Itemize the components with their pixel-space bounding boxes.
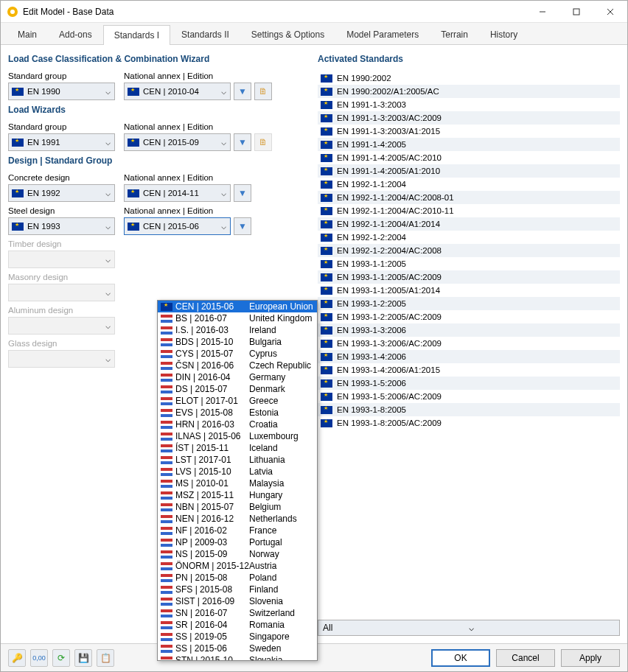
tool-key-button[interactable]: 🔑 bbox=[8, 649, 26, 667]
lw-std-group-combo[interactable]: EN 1991⌵ bbox=[8, 133, 115, 151]
annex-option[interactable]: DIN | 2016-04Germany bbox=[158, 371, 317, 383]
activated-standard-item[interactable]: EN 1993-1-4:2006/A1:2015 bbox=[318, 363, 620, 377]
annex-option[interactable]: NP | 2009-03Portugal bbox=[158, 536, 317, 548]
activated-standard-item[interactable]: EN 1993-1-1:2005 bbox=[318, 257, 620, 270]
annex-option[interactable]: ILNAS | 2015-06Luxembourg bbox=[158, 430, 317, 442]
annex-option[interactable]: I.S. | 2016-03Ireland bbox=[158, 324, 317, 336]
apply-button[interactable]: Apply bbox=[561, 649, 620, 667]
annex-option[interactable]: SR | 2016-04Romania bbox=[158, 619, 317, 631]
activated-standard-item[interactable]: EN 1993-1-5:2006/AC:2009 bbox=[318, 390, 620, 403]
tool-clipboard-button[interactable]: 📋 bbox=[97, 649, 114, 667]
minimize-button[interactable] bbox=[526, 1, 559, 22]
activated-standard-item[interactable]: EN 1993-1-3:2006/AC:2009 bbox=[318, 337, 620, 350]
activated-standard-item[interactable]: EN 1992-1-2:2004 bbox=[318, 231, 620, 244]
annex-option[interactable]: EVS | 2015-08Estonia bbox=[158, 407, 317, 419]
annex-option[interactable]: ČSN | 2016-06Czech Republic bbox=[158, 360, 317, 371]
lcc-doc-button[interactable]: 🗎 bbox=[254, 83, 272, 100]
flag-icon bbox=[161, 657, 172, 662]
activated-standard-item[interactable]: EN 1991-1-4:2005/A1:2010 bbox=[318, 164, 620, 178]
tool-units-button[interactable]: 0,00 bbox=[30, 649, 48, 667]
steel-annex-dropdown[interactable]: CEN | 2015-06European UnionBS | 2016-07U… bbox=[157, 300, 318, 661]
annex-option[interactable]: SFS | 2015-08Finland bbox=[158, 584, 317, 595]
maximize-button[interactable] bbox=[559, 1, 593, 22]
annex-option[interactable]: CYS | 2015-07Cyprus bbox=[158, 348, 317, 360]
tab-add-ons[interactable]: Add-ons bbox=[48, 24, 103, 44]
annex-option[interactable]: NBN | 2015-07Belgium bbox=[158, 501, 317, 513]
tab-settings-options[interactable]: Settings & Options bbox=[240, 24, 335, 44]
annex-option[interactable]: LST | 2017-01Lithuania bbox=[158, 454, 317, 466]
activated-standard-item[interactable]: EN 1993-1-2:2005/AC:2009 bbox=[318, 310, 620, 323]
lcc-std-group-combo[interactable]: EN 1990⌵ bbox=[8, 83, 115, 100]
flag-icon bbox=[161, 527, 172, 535]
steel-combo[interactable]: EN 1993⌵ bbox=[8, 217, 115, 235]
activated-standard-item[interactable]: EN 1990:2002 bbox=[318, 71, 620, 85]
annex-option[interactable]: LVS | 2015-10Latvia bbox=[158, 466, 317, 477]
activated-standard-item[interactable]: EN 1992-1-1:2004/AC:2008-01 bbox=[318, 191, 620, 204]
lcc-filter-button[interactable]: ▼ bbox=[234, 83, 251, 100]
annex-option[interactable]: SS | 2015-06Sweden bbox=[158, 643, 317, 654]
tab-history[interactable]: History bbox=[479, 24, 528, 44]
annex-option[interactable]: PN | 2015-08Poland bbox=[158, 572, 317, 584]
annex-code: ÍST | 2015-11 bbox=[175, 443, 249, 453]
steel-filter-button[interactable]: ▼ bbox=[234, 217, 251, 235]
annex-option[interactable]: BS | 2016-07United Kingdom bbox=[158, 312, 317, 324]
activated-standard-item[interactable]: EN 1992-1-2:2004/AC:2008 bbox=[318, 244, 620, 257]
activated-standard-item[interactable]: EN 1993-1-1:2005/AC:2009 bbox=[318, 270, 620, 284]
concrete-combo[interactable]: EN 1992⌵ bbox=[8, 184, 115, 202]
activated-standard-item[interactable]: EN 1993-1-1:2005/A1:2014 bbox=[318, 284, 620, 297]
annex-option[interactable]: NS | 2015-09Norway bbox=[158, 548, 317, 560]
annex-option[interactable]: MSZ | 2015-11Hungary bbox=[158, 489, 317, 501]
activated-standard-item[interactable]: EN 1992-1-1:2004/A1:2014 bbox=[318, 217, 620, 231]
tab-model-parameters[interactable]: Model Parameters bbox=[335, 24, 430, 44]
activated-standard-item[interactable]: EN 1991-1-3:2003/A1:2015 bbox=[318, 125, 620, 138]
activated-standard-item[interactable]: EN 1993-1-5:2006 bbox=[318, 377, 620, 390]
document-icon: 🗎 bbox=[259, 86, 268, 97]
activated-standard-item[interactable]: EN 1993-1-2:2005 bbox=[318, 297, 620, 310]
lw-annex-combo[interactable]: CEN | 2015-09⌵ bbox=[124, 133, 231, 151]
activated-standard-item[interactable]: EN 1992-1-1:2004 bbox=[318, 178, 620, 191]
lw-filter-button[interactable]: ▼ bbox=[234, 133, 251, 151]
annex-option[interactable]: NF | 2016-02France bbox=[158, 525, 317, 536]
annex-option[interactable]: CEN | 2015-06European Union bbox=[158, 301, 317, 312]
annex-option[interactable]: HRN | 2016-03Croatia bbox=[158, 419, 317, 430]
annex-option[interactable]: STN | 2015-10Slovakia bbox=[158, 654, 317, 661]
annex-country: Belgium bbox=[249, 502, 314, 512]
flag-icon bbox=[161, 444, 172, 452]
annex-option[interactable]: ÖNORM | 2015-12Austria bbox=[158, 560, 317, 572]
annex-option[interactable]: BDS | 2015-10Bulgaria bbox=[158, 336, 317, 348]
annex-option[interactable]: ÍST | 2015-11Iceland bbox=[158, 442, 317, 454]
annex-option[interactable]: SN | 2016-07Switzerland bbox=[158, 607, 317, 619]
activated-standard-item[interactable]: EN 1991-1-3:2003/AC:2009 bbox=[318, 111, 620, 125]
tool-refresh-button[interactable]: ⟳ bbox=[52, 649, 70, 667]
activated-standard-item[interactable]: EN 1991-1-4:2005/AC:2010 bbox=[318, 151, 620, 164]
annex-code: STN | 2015-10 bbox=[175, 655, 249, 661]
annex-option[interactable]: SIST | 2016-09Slovenia bbox=[158, 595, 317, 607]
annex-option[interactable]: DS | 2015-07Denmark bbox=[158, 383, 317, 395]
annex-option[interactable]: NEN | 2016-12Netherlands bbox=[158, 513, 317, 525]
annex-option[interactable]: SS | 2019-05Singapore bbox=[158, 631, 317, 643]
concrete-filter-button[interactable]: ▼ bbox=[234, 184, 251, 202]
tab-standards-ii[interactable]: Standards II bbox=[170, 24, 240, 44]
tab-terrain[interactable]: Terrain bbox=[430, 24, 479, 44]
activated-standard-item[interactable]: EN 1992-1-1:2004/AC:2010-11 bbox=[318, 204, 620, 217]
activated-filter-combo[interactable]: All⌵ bbox=[318, 620, 620, 636]
activated-standard-item[interactable]: EN 1991-1-4:2005 bbox=[318, 138, 620, 151]
tab-main[interactable]: Main bbox=[7, 24, 48, 44]
cancel-button[interactable]: Cancel bbox=[496, 649, 555, 667]
activated-standard-item[interactable]: EN 1993-1-8:2005/AC:2009 bbox=[318, 416, 620, 430]
activated-standards-list[interactable]: EN 1990:2002EN 1990:2002/A1:2005/ACEN 19… bbox=[318, 71, 620, 617]
activated-standard-item[interactable]: EN 1990:2002/A1:2005/AC bbox=[318, 85, 620, 98]
annex-option[interactable]: ELOT | 2017-01Greece bbox=[158, 395, 317, 407]
annex-option[interactable]: MS | 2010-01Malaysia bbox=[158, 477, 317, 489]
steel-annex-combo[interactable]: CEN | 2015-06⌵ bbox=[124, 217, 231, 235]
lcc-annex-combo[interactable]: CEN | 2010-04⌵ bbox=[124, 83, 231, 100]
tab-standards-i[interactable]: Standards I bbox=[103, 25, 170, 45]
activated-standard-item[interactable]: EN 1993-1-4:2006 bbox=[318, 350, 620, 363]
activated-standard-item[interactable]: EN 1993-1-3:2006 bbox=[318, 323, 620, 337]
activated-standard-item[interactable]: EN 1991-1-3:2003 bbox=[318, 98, 620, 111]
tool-save-button[interactable]: 💾 bbox=[74, 649, 92, 667]
ok-button[interactable]: OK bbox=[431, 649, 490, 667]
activated-standard-item[interactable]: EN 1993-1-8:2005 bbox=[318, 403, 620, 416]
concrete-annex-combo[interactable]: CEN | 2014-11⌵ bbox=[124, 184, 231, 202]
close-button[interactable] bbox=[593, 1, 627, 22]
